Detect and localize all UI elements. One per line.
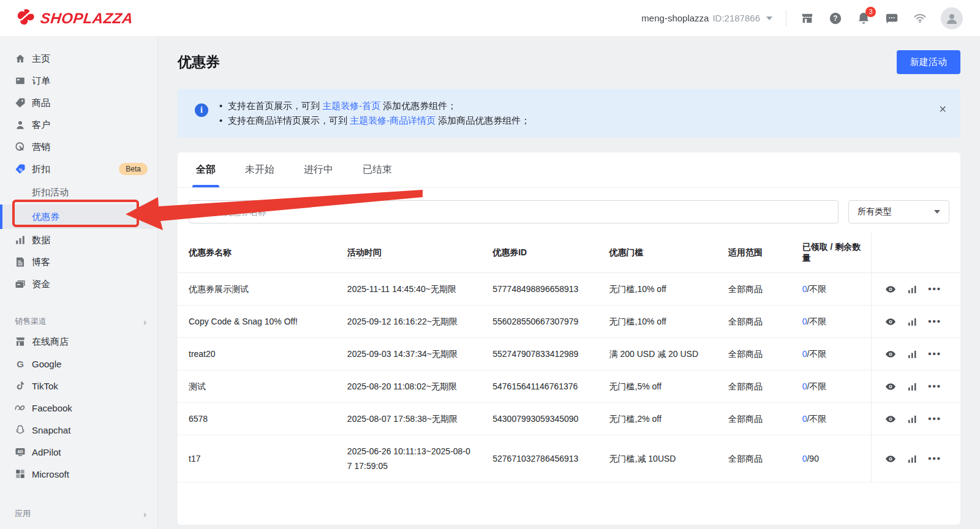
tab-not-started[interactable]: 未开始 [245, 152, 274, 187]
sidebar-item-label: TikTok [32, 381, 58, 391]
blog-icon [15, 257, 26, 268]
col-header-time[interactable]: 活动时间 [336, 232, 481, 273]
sidebar-item-orders[interactable]: 订单 [0, 70, 157, 92]
banner-text: 支持在商品详情页展示，可到 [228, 115, 350, 126]
section-label: 销售渠道 [15, 316, 47, 327]
stats-icon[interactable] [907, 381, 918, 392]
coupon-threshold: 无门槛,10% off [598, 273, 717, 306]
online-store-icon [15, 336, 26, 347]
account-name: meng-shoplazza [641, 13, 709, 23]
coupon-threshold: 无门槛,减 10USD [598, 435, 717, 482]
coupon-time: 2025-11-11 14:45:40~无期限 [336, 273, 481, 306]
marketing-target-icon [15, 141, 26, 152]
view-eye-icon[interactable] [885, 453, 896, 464]
tab-in-progress[interactable]: 进行中 [304, 152, 333, 187]
sidebar-item-label: Facebook [32, 403, 72, 413]
tab-all[interactable]: 全部 [196, 152, 216, 187]
view-eye-icon[interactable] [885, 413, 896, 424]
sidebar-item-label: 博客 [32, 257, 50, 268]
sidebar-item-blog[interactable]: 博客 [0, 251, 157, 273]
col-header-threshold: 优惠门槛 [598, 232, 717, 273]
more-actions-icon[interactable]: ••• [928, 282, 941, 296]
sales-channels-section[interactable]: 销售渠道 › [0, 312, 157, 331]
banner-line-2: 支持在商品详情页展示，可到 主题装修-商品详情页 添加商品优惠券组件； [219, 113, 530, 128]
info-banner: i 支持在首页展示，可到 主题装修-首页 添加优惠券组件； 支持在商品详情页展示… [178, 89, 960, 138]
user-avatar[interactable] [941, 7, 963, 29]
more-actions-icon[interactable]: ••• [928, 314, 941, 329]
col-header-name: 优惠券名称 [178, 232, 336, 273]
sidebar-item-discounts[interactable]: % 折扣 Beta [0, 158, 157, 180]
theme-product-link[interactable]: 主题装修-商品详情页 [350, 115, 435, 126]
sidebar-item-home[interactable]: 主页 [0, 48, 157, 70]
view-eye-icon[interactable] [885, 381, 896, 392]
close-icon[interactable]: ✕ [939, 103, 947, 115]
wifi-icon[interactable] [913, 11, 927, 26]
coupon-name: 测试 [178, 370, 336, 403]
coupon-time: 2025-06-26 10:11:13~2025-08-07 17:59:05 [336, 435, 481, 482]
sidebar-item-marketing[interactable]: 营销 [0, 136, 157, 158]
sidebar-item-label: 在线商店 [32, 336, 69, 348]
tag-icon [15, 97, 26, 108]
sidebar-item-adpilot[interactable]: AD AdPilot [0, 441, 157, 463]
table-row[interactable]: 6578 2025-08-07 17:58:38~无期限 54300799305… [178, 403, 960, 435]
stats-icon[interactable] [907, 413, 918, 424]
coupon-name: 优惠券展示测试 [178, 273, 336, 306]
sidebar-item-discount-campaigns[interactable]: 折扣活动 [0, 180, 157, 204]
stats-icon[interactable] [907, 453, 918, 464]
table-row[interactable]: Copy Code & Snag 10% Off! 2025-09-12 16:… [178, 306, 960, 338]
tab-ended[interactable]: 已结束 [363, 152, 392, 187]
sidebar-item-label: 数据 [32, 234, 50, 246]
chevron-down-icon [766, 17, 772, 20]
shoplazza-logo[interactable]: SHOPLAZZA [17, 8, 133, 29]
type-filter-select[interactable]: 所有类型 [848, 200, 949, 223]
sidebar-item-microsoft[interactable]: Microsoft [0, 463, 157, 485]
table-row[interactable]: treat20 2025-09-03 14:37:34~无期限 55274790… [178, 338, 960, 370]
stats-icon[interactable] [907, 316, 918, 327]
sidebar-item-label: 营销 [32, 141, 50, 153]
new-campaign-button[interactable]: 新建活动 [897, 50, 960, 74]
sidebar-item-coupons[interactable]: 优惠券 [0, 204, 157, 229]
sidebar-item-finances[interactable]: 资金 [0, 273, 157, 295]
page-title: 优惠券 [178, 53, 220, 72]
chat-messages-icon[interactable] [884, 11, 899, 26]
snapchat-ghost-icon [15, 424, 26, 435]
coupon-claimed: 0/不限 [791, 338, 872, 370]
sidebar-item-products[interactable]: 商品 [0, 92, 157, 114]
more-actions-icon[interactable]: ••• [928, 379, 941, 394]
coupon-scope: 全部商品 [717, 403, 791, 435]
view-eye-icon[interactable] [885, 316, 896, 327]
coupon-id: 556028550667307979 [481, 306, 598, 338]
coupon-id: 543007993059345090 [481, 403, 598, 435]
notifications-bell-icon[interactable]: 3 [856, 11, 871, 26]
table-row[interactable]: 测试 2025-08-20 11:08:02~无期限 5476156411467… [178, 370, 960, 403]
stats-icon[interactable] [907, 283, 918, 295]
storefront-icon[interactable] [800, 11, 815, 26]
col-header-id: 优惠券ID [481, 232, 598, 273]
sidebar-item-online-store[interactable]: 在线商店 [0, 331, 157, 353]
col-header-claimed: 已领取 / 剩余数量 [791, 232, 872, 273]
orders-icon [15, 75, 26, 86]
view-eye-icon[interactable] [885, 348, 896, 359]
more-actions-icon[interactable]: ••• [928, 411, 941, 426]
view-eye-icon[interactable] [885, 283, 896, 295]
google-icon: G [15, 358, 26, 369]
apps-section[interactable]: 应用 › [0, 505, 157, 523]
theme-home-link[interactable]: 主题装修-首页 [322, 100, 380, 111]
sidebar-item-tiktok[interactable]: TikTok [0, 375, 157, 397]
more-actions-icon[interactable]: ••• [928, 347, 941, 361]
sidebar-item-facebook[interactable]: Facebook [0, 397, 157, 419]
sidebar-item-snapchat[interactable]: Snapchat [0, 419, 157, 441]
coupon-search-input[interactable] [189, 200, 839, 223]
more-actions-icon[interactable]: ••• [928, 451, 941, 466]
help-icon[interactable]: ? [828, 11, 843, 26]
stats-icon[interactable] [907, 348, 918, 359]
sidebar-item-customers[interactable]: 客户 [0, 114, 157, 136]
account-switcher[interactable]: meng-shoplazza ID:2187866 [641, 13, 772, 23]
shoplazza-logo-icon [17, 8, 36, 29]
sidebar-item-analytics[interactable]: 数据 [0, 229, 157, 251]
sidebar-item-google[interactable]: G Google [0, 353, 157, 375]
table-row[interactable]: 优惠券展示测试 2025-11-11 14:45:40~无期限 57774849… [178, 273, 960, 306]
coupons-table: 优惠券名称 活动时间 优惠券ID 优惠门槛 适用范围 已领取 / 剩余数量 优惠… [178, 232, 960, 482]
sidebar-subitem-label: 优惠券 [32, 211, 59, 223]
table-row[interactable]: t17 2025-06-26 10:11:13~2025-08-07 17:59… [178, 435, 960, 482]
